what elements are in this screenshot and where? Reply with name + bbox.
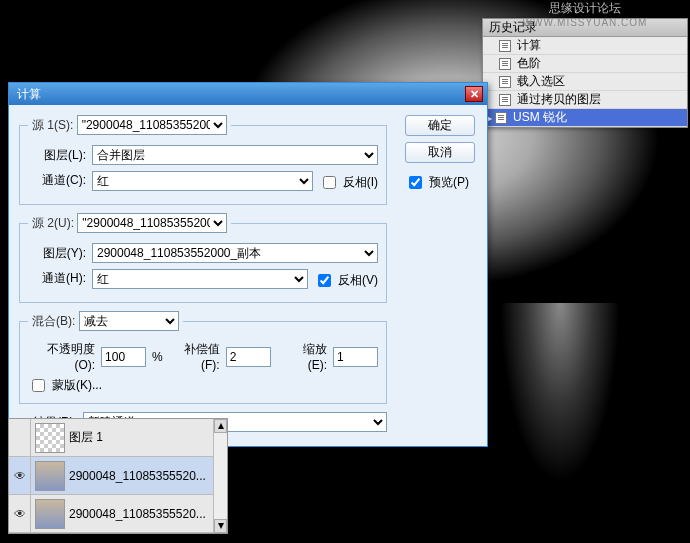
history-item-label: USM 锐化 — [513, 109, 567, 126]
layer-row[interactable]: 👁 2900048_11085355520... — [9, 495, 213, 533]
dialog-titlebar[interactable]: 计算 ✕ — [9, 83, 487, 105]
opacity-label: 不透明度(O): — [28, 341, 95, 372]
source1-image-select[interactable]: "2900048_110853552000_"... — [77, 115, 227, 135]
preview-checkbox[interactable]: 预览(P) — [405, 173, 475, 192]
mask-checkbox-input[interactable] — [32, 379, 45, 392]
history-item-label: 计算 — [517, 37, 541, 54]
scroll-up-icon[interactable]: ▴ — [214, 419, 227, 433]
source1-group: 源 1(S): "2900048_110853552000_"... 图层(L)… — [19, 115, 387, 205]
layer-thumbnail[interactable] — [35, 461, 65, 491]
source2-invert-checkbox[interactable]: 反相(V) — [314, 271, 378, 290]
source1-legend: 源 1(S): "2900048_110853552000_"... — [28, 115, 231, 135]
layer-row[interactable]: 图层 1 — [9, 419, 213, 457]
document-icon — [497, 40, 513, 52]
history-item[interactable]: 计算 — [483, 37, 687, 55]
source2-image-select[interactable]: "2900048_110853552000_"... — [77, 213, 227, 233]
source1-layer-label: 图层(L): — [28, 147, 86, 164]
mask-label: 蒙版(K)... — [52, 377, 102, 394]
history-item-label: 载入选区 — [517, 73, 565, 90]
percent-label: % — [152, 350, 163, 364]
dialog-title: 计算 — [17, 86, 465, 103]
layer-thumbnail[interactable] — [35, 499, 65, 529]
source1-invert-checkbox[interactable]: 反相(I) — [319, 173, 378, 192]
opacity-input[interactable] — [101, 347, 146, 367]
watermark-line2: WWW.MISSYUAN.COM — [480, 17, 690, 28]
history-item-label: 色阶 — [517, 55, 541, 72]
visibility-toggle[interactable]: 👁 — [9, 457, 31, 494]
history-item[interactable]: 载入选区 — [483, 73, 687, 91]
blending-group: 混合(B): 减去 不透明度(O): % 补偿值(F): 缩放(E): 蒙版(K… — [19, 311, 387, 404]
ok-button[interactable]: 确定 — [405, 115, 475, 136]
scroll-down-icon[interactable]: ▾ — [214, 519, 227, 533]
history-item[interactable]: ▶ USM 锐化 — [483, 109, 687, 127]
close-button[interactable]: ✕ — [465, 86, 483, 102]
source2-channel-label: 通道(H): — [28, 270, 86, 287]
layer-name[interactable]: 2900048_11085355520... — [69, 469, 213, 483]
layer-name[interactable]: 2900048_11085355520... — [69, 507, 213, 521]
source2-legend: 源 2(U): "2900048_110853552000_"... — [28, 213, 231, 233]
source2-layer-label: 图层(Y): — [28, 245, 86, 262]
blending-mode-select[interactable]: 减去 — [79, 311, 179, 331]
visibility-toggle[interactable]: 👁 — [9, 495, 31, 532]
watermark: 思缘设计论坛 WWW.MISSYUAN.COM — [480, 0, 690, 28]
layers-scrollbar[interactable]: ▴ ▾ — [213, 419, 227, 533]
source1-channel-select[interactable]: 红 — [92, 171, 313, 191]
history-item-label: 通过拷贝的图层 — [517, 91, 601, 108]
layers-panel: 图层 1 👁 2900048_11085355520... 👁 2900048_… — [8, 418, 228, 534]
source1-invert-input[interactable] — [323, 176, 336, 189]
source1-channel-label: 通道(C): — [28, 172, 86, 189]
watermark-line1: 思缘设计论坛 — [480, 0, 690, 17]
offset-label: 补偿值(F): — [169, 341, 220, 372]
scale-label: 缩放(E): — [287, 341, 327, 372]
layer-name[interactable]: 图层 1 — [69, 429, 213, 446]
mask-checkbox[interactable]: 蒙版(K)... — [28, 376, 378, 395]
layer-thumbnail[interactable] — [35, 423, 65, 453]
source1-layer-select[interactable]: 合并图层 — [92, 145, 378, 165]
preview-checkbox-input[interactable] — [409, 176, 422, 189]
document-icon — [497, 94, 513, 106]
source1-invert-label: 反相(I) — [343, 174, 378, 191]
source2-layer-select[interactable]: 2900048_110853552000_副本 — [92, 243, 378, 263]
history-item[interactable]: 色阶 — [483, 55, 687, 73]
history-item[interactable]: 通过拷贝的图层 — [483, 91, 687, 109]
source2-invert-label: 反相(V) — [338, 272, 378, 289]
cancel-button[interactable]: 取消 — [405, 142, 475, 163]
calculations-dialog: 计算 ✕ 确定 取消 预览(P) 源 1(S): "2900048_110853… — [8, 82, 488, 447]
scale-input[interactable] — [333, 347, 378, 367]
history-panel: 历史记录 计算 色阶 载入选区 通过拷贝的图层 ▶ USM 锐化 — [482, 18, 688, 128]
visibility-toggle[interactable] — [9, 419, 31, 456]
blending-legend: 混合(B): 减去 — [28, 311, 183, 331]
document-icon — [493, 112, 509, 124]
layer-row[interactable]: 👁 2900048_11085355520... — [9, 457, 213, 495]
preview-label: 预览(P) — [429, 174, 469, 191]
offset-input[interactable] — [226, 347, 271, 367]
source2-group: 源 2(U): "2900048_110853552000_"... 图层(Y)… — [19, 213, 387, 303]
document-icon — [497, 58, 513, 70]
source2-invert-input[interactable] — [318, 274, 331, 287]
source2-channel-select[interactable]: 红 — [92, 269, 308, 289]
document-icon — [497, 76, 513, 88]
